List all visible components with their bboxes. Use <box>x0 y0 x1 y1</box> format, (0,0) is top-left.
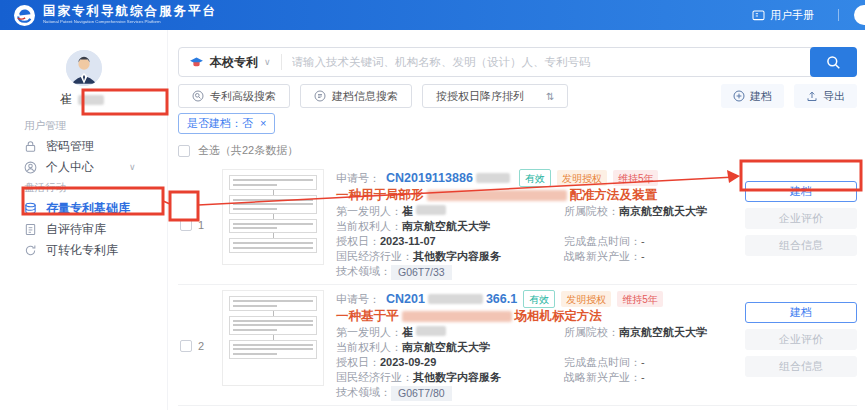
app-header: 国家专利导航综合服务平台 National Patent Navigation … <box>0 0 865 30</box>
advanced-patent-search-button[interactable]: 专利高级搜索 <box>178 84 290 108</box>
patent-platform-page: 国家专利导航综合服务平台 National Patent Navigation … <box>0 0 865 410</box>
lock-icon <box>24 140 37 153</box>
sidebar-item-convertible-library[interactable]: 可转化专利库 <box>24 243 167 257</box>
portfolio-info-button: 组合信息 <box>745 356 857 377</box>
status-tag-valid: 有效 <box>519 169 551 187</box>
patent-drawing-thumbnail <box>222 169 324 265</box>
sort-arrows-icon: ⇅ <box>546 91 554 102</box>
user-manual-link[interactable]: 用户手册 <box>752 8 814 23</box>
patent-checkbox[interactable] <box>180 219 192 231</box>
close-icon[interactable]: × <box>260 118 266 129</box>
select-all-label: 全选（共22条数据） <box>198 143 298 158</box>
sort-by-grant-date-button[interactable]: 按授权日降序排列 ⇅ <box>422 84 568 108</box>
header-avatar[interactable] <box>854 5 865 25</box>
search-scope-dropdown[interactable]: 本校专利 ∨ <box>179 54 282 70</box>
sidebar: 崔 用户管理 密码管理 个人中心 ∨ 盘活行动 存量专利基础库 <box>0 30 168 410</box>
user-avatar <box>66 50 102 86</box>
sidebar-item-profile[interactable]: 个人中心 ∨ <box>24 160 167 174</box>
manual-book-icon <box>752 10 765 21</box>
status-tag-valid: 有效 <box>523 290 555 308</box>
patent-list-item: 1 申请号： CN2019113886 有效 发明授权 <box>178 164 857 285</box>
header-divider <box>838 9 839 21</box>
chevron-down-icon: ∨ <box>264 57 271 67</box>
status-tag-maintained: 维持5年 <box>613 170 659 186</box>
sidebar-section-revitalize: 盘活行动 <box>24 181 167 192</box>
patent-list-item: 2 申请号： CN201366.1 有效 发明授权 维持5年 <box>178 285 857 406</box>
patent-checkbox[interactable] <box>180 340 192 352</box>
sidebar-section-user-mgmt: 用户管理 <box>24 119 167 130</box>
refresh-icon <box>24 244 37 257</box>
chevron-down-icon: ∨ <box>129 162 136 172</box>
export-button[interactable]: 导出 <box>794 84 857 108</box>
portfolio-info-button: 组合信息 <box>745 235 857 256</box>
circle-search-icon <box>192 90 204 102</box>
search-bar: 本校专利 ∨ <box>178 47 857 77</box>
search-button[interactable] <box>810 47 857 77</box>
ipc-code-tag: G06T7/33 <box>391 265 452 281</box>
status-tag-invention-grant: 发明授权 <box>557 170 607 186</box>
user-circle-icon <box>24 161 37 174</box>
sidebar-item-self-review-library[interactable]: 自评待审库 <box>24 222 167 236</box>
platform-subtitle: National Patent Navigation Comprehensive… <box>43 19 168 23</box>
status-tag-invention-grant: 发明授权 <box>561 291 611 307</box>
sidebar-item-stock-patent-library[interactable]: 存量专利基础库 <box>24 201 167 215</box>
sidebar-item-password[interactable]: 密码管理 <box>24 139 167 153</box>
patent-number: CN2019113886 <box>386 171 513 186</box>
graduation-cap-icon <box>189 57 204 68</box>
circle-plus-icon <box>733 90 745 102</box>
enterprise-eval-button: 企业评价 <box>745 208 857 229</box>
export-up-icon <box>806 90 818 102</box>
filter-tag-archived-no[interactable]: 是否建档：否 × <box>178 113 275 134</box>
archive-button[interactable]: 建档 <box>745 181 857 202</box>
enterprise-eval-button: 企业评价 <box>745 329 857 350</box>
manual-label: 用户手册 <box>770 8 814 23</box>
username: 崔 <box>0 93 167 106</box>
username-blur <box>78 95 104 105</box>
patent-index: 1 <box>198 219 204 231</box>
platform-title: 国家专利导航综合服务平台 <box>43 5 217 18</box>
ipc-code-tag: G06T7/80 <box>391 386 452 402</box>
database-icon <box>24 202 37 215</box>
main-content: 本校专利 ∨ 专利高级搜索 建档信息搜索 按授权日降序排列 <box>168 30 865 410</box>
patent-title[interactable]: 一种基于平场相机标定方法 <box>336 309 745 324</box>
patent-list: 1 申请号： CN2019113886 有效 发明授权 <box>178 164 857 410</box>
platform-logo-icon <box>14 5 35 26</box>
patent-number: CN201366.1 <box>386 292 517 307</box>
patent-list-item: 3 申请号： CN20211002.2 有效 发明授权 <box>178 406 857 410</box>
patent-drawing-thumbnail <box>222 290 324 386</box>
patent-index: 2 <box>198 340 204 352</box>
patent-title[interactable]: 一种用于局部形配准方法及装置 <box>336 188 745 203</box>
archive-info-search-button[interactable]: 建档信息搜索 <box>300 84 412 108</box>
magnifier-icon <box>826 55 841 70</box>
platform-title-block: 国家专利导航综合服务平台 National Patent Navigation … <box>43 5 217 26</box>
select-all-checkbox[interactable] <box>178 145 190 157</box>
toolbar: 专利高级搜索 建档信息搜索 按授权日降序排列 ⇅ 建档 导出 <box>178 84 857 108</box>
circle-doc-icon <box>314 90 326 102</box>
status-tag-maintained: 维持5年 <box>617 291 663 307</box>
archive-button[interactable]: 建档 <box>745 302 857 323</box>
search-input[interactable] <box>282 56 856 68</box>
document-check-icon <box>24 223 37 236</box>
create-archive-button[interactable]: 建档 <box>721 84 784 108</box>
